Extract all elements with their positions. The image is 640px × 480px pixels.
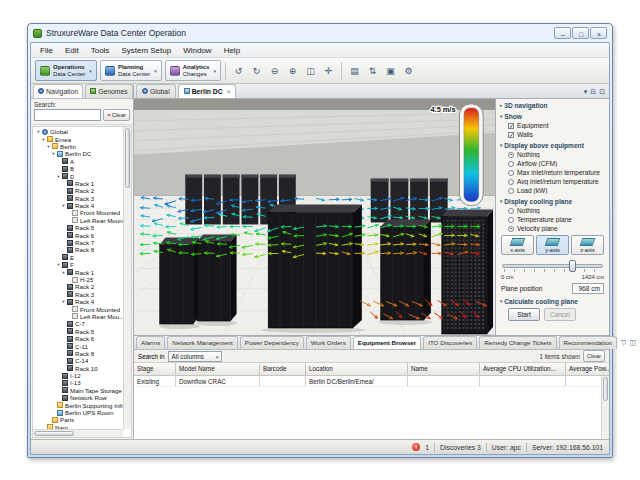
perspective-analytics[interactable]: Analytics Changes ▾ [165, 60, 221, 81]
start-button[interactable]: Start [508, 308, 540, 321]
pan-icon[interactable]: ✛ [320, 62, 337, 80]
clear-filter-button[interactable]: Clear [583, 350, 605, 362]
clear-search-button[interactable]: × Clear [103, 109, 130, 121]
search-scope-select[interactable]: All columns [168, 351, 222, 362]
section-calculate-cooling-plane[interactable]: ▾ Calculate cooling plane [500, 298, 605, 305]
maximize-button[interactable]: □ [572, 27, 589, 39]
radio-button[interactable] [508, 208, 514, 214]
cooling-plane-radio-row[interactable]: Nothing [508, 207, 605, 214]
export-icon[interactable]: ⇅ [364, 62, 381, 80]
tree-item[interactable]: Rack 3 [34, 195, 131, 202]
section-3d-navigation[interactable]: ▸ 3D navigation [500, 102, 605, 109]
alarm-count[interactable]: 1 [425, 444, 429, 451]
menu-item[interactable]: Help [218, 46, 246, 55]
bottom-tab[interactable]: Work Orders [306, 336, 351, 349]
tree-twisty-icon[interactable]: ▾ [61, 299, 66, 304]
display-above-radio-row[interactable]: Max inlet/return temperature [508, 169, 605, 176]
tree-item[interactable]: ▾ Berlin [34, 143, 131, 150]
tree-twisty-icon[interactable]: ▾ [36, 129, 41, 134]
z-axis-button[interactable]: z-axis [571, 235, 604, 255]
zoom-fit-icon[interactable]: ◫ [302, 62, 319, 80]
tree-item[interactable]: ▾ F [34, 261, 131, 268]
twisty-icon[interactable]: ▸ [500, 103, 502, 108]
radio-button[interactable] [508, 217, 514, 223]
twisty-icon[interactable]: ▾ [500, 299, 502, 304]
columns-icon[interactable]: ◫ [629, 339, 636, 346]
bottom-tab[interactable]: Power Dependency [240, 336, 304, 349]
tree-item[interactable]: Main Tape Storage [34, 387, 131, 394]
close-button[interactable]: × [590, 27, 607, 39]
radio-button[interactable] [508, 226, 514, 232]
bottom-tab[interactable]: Alarms [136, 336, 165, 349]
tree-item[interactable]: Berlin Supporting Infrastru... [34, 401, 131, 408]
tree-item[interactable]: Paris [34, 416, 131, 423]
chevron-down-icon[interactable]: ▾ [154, 68, 157, 74]
view-menu-icon[interactable]: ▾ [584, 88, 588, 95]
tree-item[interactable]: Rack 5 [34, 224, 131, 231]
tree-item[interactable]: ▾ Rack 4 [34, 298, 131, 305]
chevron-down-icon[interactable]: ▾ [213, 68, 216, 74]
tree-item[interactable]: C-14 [34, 357, 131, 364]
print-icon[interactable]: ▤ [346, 62, 363, 80]
tree-item[interactable]: E [34, 254, 131, 261]
tree-twisty-icon[interactable]: ▾ [41, 137, 46, 142]
tree-item[interactable]: I-13 [34, 379, 131, 386]
y-axis-button[interactable]: y-axis [536, 235, 569, 255]
editor-tab[interactable]: Berlin DC × [178, 84, 237, 98]
plane-position-slider[interactable] [502, 260, 603, 272]
tree-item[interactable]: Rack 2 [34, 283, 131, 290]
minimize-button[interactable]: – [554, 27, 571, 39]
discoveries-status[interactable]: Discoveries 3 [440, 444, 481, 451]
table-column-header[interactable]: Name [408, 363, 480, 375]
table-column-header[interactable]: Average Pow... [566, 363, 609, 375]
tree-horizontal-scrollbar[interactable] [33, 429, 123, 437]
snapshot-icon[interactable]: ▣ [382, 62, 399, 80]
tree-item[interactable]: Rack 5 [34, 328, 131, 335]
zoom-in-icon[interactable]: ⊕ [284, 62, 301, 80]
tree-item[interactable]: A [34, 158, 131, 165]
checkbox[interactable] [508, 123, 514, 129]
settings-icon[interactable]: ⚙ [400, 62, 417, 80]
3d-view[interactable]: 4.5 m/s [134, 99, 496, 335]
perspective-planning[interactable]: Planning Data Center ▾ [100, 60, 162, 81]
radio-button[interactable] [508, 161, 514, 167]
maximize-view-icon[interactable]: ⊡ [599, 88, 605, 95]
tree-item[interactable]: Rack 1 [34, 180, 131, 187]
bottom-tab[interactable]: Recommendation [559, 336, 618, 349]
tree-item[interactable]: Front Mounted [34, 209, 131, 216]
slider-track[interactable] [502, 264, 603, 268]
table-vertical-scrollbar[interactable] [601, 376, 609, 439]
tree-twisty-icon[interactable]: ▾ [61, 203, 66, 208]
x-axis-button[interactable]: x-axis [501, 235, 534, 255]
plane-position-value[interactable]: 968 cm [572, 283, 604, 294]
search-input[interactable] [34, 109, 101, 121]
table-column-header[interactable]: Barcode [260, 363, 306, 375]
checkbox[interactable] [508, 132, 514, 138]
tree-twisty-icon[interactable]: ▾ [56, 262, 61, 267]
table-column-header[interactable]: Stage [134, 363, 176, 375]
tree-item[interactable]: Rack 8 [34, 246, 131, 253]
show-checkbox-row[interactable]: Equipment [508, 122, 605, 129]
tree-item[interactable]: H-25 [34, 276, 131, 283]
display-above-radio-row[interactable]: Airflow (CFM) [508, 160, 605, 167]
display-above-radio-row[interactable]: Nothing [508, 151, 605, 158]
menu-item[interactable]: Window [177, 46, 217, 55]
section-display-cooling-plane[interactable]: ▾ Display cooling plane [500, 198, 605, 205]
bottom-tab[interactable]: Equipment Browser [353, 336, 421, 349]
perspective-operations[interactable]: Operations Data Center ▾ [35, 60, 97, 81]
radio-button[interactable] [508, 179, 514, 185]
tree-item[interactable]: ▾ Emea [34, 135, 131, 142]
tree-item[interactable]: Rack 8 [34, 350, 131, 357]
chevron-down-icon[interactable]: ▾ [89, 68, 92, 74]
menu-item[interactable]: File [34, 46, 59, 55]
minimize-view-icon[interactable]: ⊟ [590, 88, 596, 95]
tree-item[interactable]: ▾ Rack 1 [34, 268, 131, 275]
radio-button[interactable] [508, 188, 514, 194]
editor-tab[interactable]: Global × [136, 84, 176, 98]
tree-item[interactable]: B [34, 165, 131, 172]
tree-item[interactable]: C-7 [34, 320, 131, 327]
radio-button[interactable] [508, 170, 514, 176]
tree-twisty-icon[interactable]: ▾ [56, 174, 61, 179]
bottom-tab[interactable]: Remedy Change Tickets [479, 336, 556, 349]
tree-twisty-icon[interactable]: ▾ [61, 270, 66, 275]
